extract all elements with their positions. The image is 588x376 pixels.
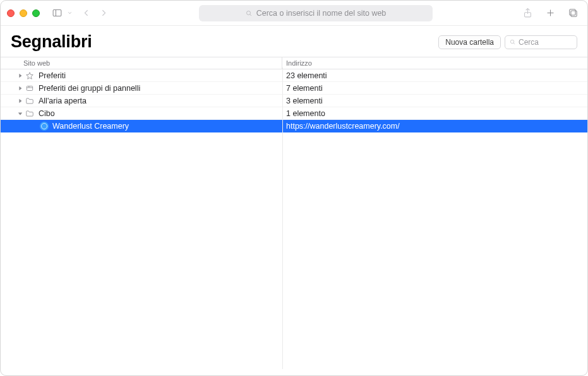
svg-marker-13 [19,86,21,90]
svg-rect-0 [53,10,61,16]
sidebar-toggle-button[interactable] [49,5,65,21]
disclosure-triangle-icon[interactable] [16,86,25,91]
svg-marker-18 [18,112,22,115]
svg-marker-12 [27,72,33,79]
search-icon [245,9,253,17]
new-folder-button[interactable]: Nuova cartella [438,35,501,49]
favicon-icon [40,122,49,131]
bookmark-folder-row[interactable]: Preferiti23 elementi [1,69,587,82]
row-name: All'aria aperta [39,97,87,105]
close-window-button[interactable] [7,9,15,17]
address-bar[interactable]: Cerca o inserisci il nome del sito web [199,5,433,21]
tab-overview-button[interactable] [565,5,581,21]
svg-rect-8 [569,9,575,15]
row-address: 7 elementi [282,82,581,94]
svg-rect-7 [570,11,576,16]
svg-line-3 [249,14,251,15]
row-name: Preferiti [39,71,66,80]
column-header-address[interactable]: Indirizzo [282,57,587,69]
row-address: 3 elementi [282,95,581,107]
bookmarks-search-input[interactable]: Cerca [505,35,577,49]
star-icon [25,71,35,80]
tabgroup-icon [25,84,35,93]
page-title: Segnalibri [11,32,92,52]
row-address: 1 elemento [282,107,581,119]
share-button[interactable] [519,5,536,21]
svg-marker-17 [19,98,21,102]
table-header: Sito web Indirizzo [1,57,587,69]
bookmark-folder-row[interactable]: Preferiti dei gruppi di pannelli7 elemen… [1,82,587,95]
svg-line-10 [513,43,515,44]
svg-marker-11 [19,73,21,77]
disclosure-triangle-icon[interactable] [16,98,25,103]
bookmark-folder-row[interactable]: Cibo1 elemento [1,107,587,120]
row-address: 23 elementi [282,69,581,81]
minimize-window-button[interactable] [20,9,27,17]
bookmark-item-row[interactable]: Wanderlust Creameryhttps://wanderlustcre… [1,120,587,132]
zoom-window-button[interactable] [32,9,40,17]
content-header: Segnalibri Nuova cartella Cerca [1,26,587,57]
row-address: https://wanderlustcreamery.com/ [282,120,581,132]
row-name: Cibo [39,109,55,118]
bookmarks-tree: Preferiti23 elementiPreferiti dei gruppi… [1,69,587,132]
traffic-lights [7,9,40,17]
disclosure-triangle-icon[interactable] [16,111,25,116]
forward-button[interactable] [95,5,112,21]
back-button[interactable] [78,5,94,21]
svg-point-9 [510,40,514,43]
row-name: Wanderlust Creamery [52,122,129,131]
svg-rect-14 [27,86,32,90]
column-header-name[interactable]: Sito web [1,57,282,69]
window-titlebar: Cerca o inserisci il nome del sito web [1,1,587,26]
new-tab-button[interactable] [542,5,558,21]
folder-icon [25,97,35,105]
svg-point-2 [246,11,250,15]
new-folder-label: Nuova cartella [445,38,494,47]
bookmark-folder-row[interactable]: All'aria aperta3 elementi [1,95,587,107]
search-icon [509,38,516,45]
address-bar-placeholder: Cerca o inserisci il nome del sito web [256,9,387,18]
bookmarks-search-placeholder: Cerca [519,38,539,47]
sidebar-dropdown-button[interactable] [65,5,74,21]
row-name: Preferiti dei gruppi di pannelli [39,84,140,93]
disclosure-triangle-icon[interactable] [16,73,25,78]
folder-icon [25,109,35,118]
